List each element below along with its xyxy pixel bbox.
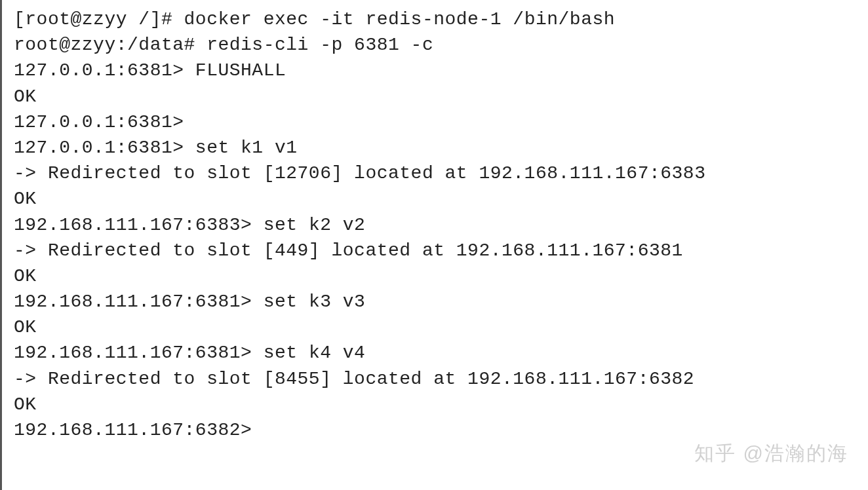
cli-prompt: 127.0.0.1:6381>: [14, 138, 195, 158]
output: -> Redirected to slot [8455] located at …: [14, 366, 856, 392]
cli-prompt: 192.168.111.167:6381>: [14, 343, 264, 363]
cli-prompt: 192.168.111.167:6382>: [14, 420, 264, 440]
output: OK: [14, 186, 856, 212]
shell-prompt: root@zzyy:/data#: [14, 35, 207, 55]
terminal-line: 127.0.0.1:6381>: [14, 109, 856, 135]
shell-prompt: [root@zzyy /]#: [14, 9, 184, 29]
command[interactable]: set k3 v3: [264, 292, 366, 312]
output: -> Redirected to slot [12706] located at…: [14, 160, 856, 186]
terminal-line: [root@zzyy /]# docker exec -it redis-nod…: [14, 7, 856, 32]
command[interactable]: set k2 v2: [264, 215, 366, 235]
terminal-line: 127.0.0.1:6381> FLUSHALL: [14, 58, 856, 83]
command[interactable]: docker exec -it redis-node-1 /bin/bash: [184, 9, 616, 29]
command[interactable]: FLUSHALL: [195, 60, 286, 81]
cli-prompt: 127.0.0.1:6381>: [14, 60, 195, 81]
terminal-line: 192.168.111.167:6381> set k3 v3: [14, 289, 856, 314]
command[interactable]: set k1 v1: [195, 138, 298, 158]
terminal-line: 127.0.0.1:6381> set k1 v1: [14, 135, 856, 160]
output: OK: [14, 263, 856, 289]
output: OK: [14, 392, 856, 417]
command[interactable]: redis-cli -p 6381 -c: [207, 35, 433, 55]
cli-prompt: 192.168.111.167:6381>: [14, 292, 264, 312]
output: OK: [14, 314, 856, 340]
cli-prompt: 127.0.0.1:6381>: [14, 112, 195, 132]
terminal-line: 192.168.111.167:6383> set k2 v2: [14, 212, 856, 238]
watermark: 知乎 @浩瀚的海: [694, 440, 848, 467]
terminal-line: 192.168.111.167:6381> set k4 v4: [14, 340, 856, 366]
cli-prompt: 192.168.111.167:6383>: [14, 215, 264, 235]
output: -> Redirected to slot [449] located at 1…: [14, 238, 856, 263]
output: OK: [14, 84, 856, 109]
command[interactable]: set k4 v4: [264, 343, 366, 363]
terminal-line: root@zzyy:/data# redis-cli -p 6381 -c: [14, 32, 856, 58]
